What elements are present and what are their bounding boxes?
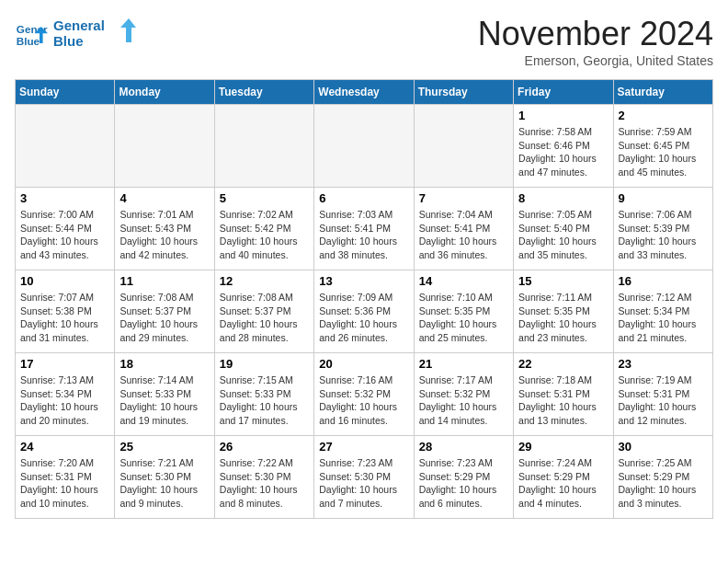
calendar: SundayMondayTuesdayWednesdayThursdayFrid… [15,79,713,519]
day-number: 19 [220,357,309,371]
weekday-sunday: Sunday [16,80,115,105]
day-number: 20 [319,357,408,371]
calendar-cell: 12Sunrise: 7:08 AMSunset: 5:37 PMDayligh… [214,270,313,353]
day-info: Sunrise: 7:10 AMSunset: 5:35 PMDaylight:… [419,291,508,345]
day-info: Sunrise: 7:22 AMSunset: 5:30 PMDaylight:… [220,456,309,511]
day-info: Sunrise: 7:25 AMSunset: 5:29 PMDaylight:… [619,456,708,511]
calendar-cell: 18Sunrise: 7:14 AMSunset: 5:33 PMDayligh… [115,353,214,436]
day-number: 6 [319,191,408,205]
day-number: 23 [619,357,708,371]
calendar-cell: 24Sunrise: 7:20 AMSunset: 5:31 PMDayligh… [16,436,115,519]
day-info: Sunrise: 7:23 AMSunset: 5:29 PMDaylight:… [419,456,508,511]
day-number: 28 [419,440,508,454]
day-number: 4 [119,191,209,205]
day-number: 18 [119,357,209,371]
week-row-5: 24Sunrise: 7:20 AMSunset: 5:31 PMDayligh… [16,436,713,519]
calendar-cell: 21Sunrise: 7:17 AMSunset: 5:32 PMDayligh… [414,353,513,436]
day-info: Sunrise: 7:15 AMSunset: 5:33 PMDaylight:… [220,373,309,428]
calendar-cell: 30Sunrise: 7:25 AMSunset: 5:29 PMDayligh… [613,436,712,519]
calendar-cell: 27Sunrise: 7:23 AMSunset: 5:30 PMDayligh… [314,436,414,519]
calendar-cell: 25Sunrise: 7:21 AMSunset: 5:30 PMDayligh… [115,436,214,519]
weekday-header-row: SundayMondayTuesdayWednesdayThursdayFrid… [16,80,713,105]
day-number: 2 [619,109,708,122]
calendar-cell: 1Sunrise: 7:58 AMSunset: 6:46 PMDaylight… [514,105,613,188]
day-info: Sunrise: 7:17 AMSunset: 5:32 PMDaylight:… [419,373,508,428]
calendar-cell: 6Sunrise: 7:03 AMSunset: 5:41 PMDaylight… [314,188,414,270]
day-info: Sunrise: 7:07 AMSunset: 5:38 PMDaylight:… [20,291,109,345]
calendar-cell: 20Sunrise: 7:16 AMSunset: 5:32 PMDayligh… [314,353,414,436]
day-info: Sunrise: 7:23 AMSunset: 5:30 PMDaylight:… [319,456,408,511]
calendar-cell: 5Sunrise: 7:02 AMSunset: 5:42 PMDaylight… [214,188,313,270]
day-info: Sunrise: 7:04 AMSunset: 5:41 PMDaylight:… [419,208,508,262]
day-number: 29 [518,440,608,454]
day-number: 24 [20,440,109,454]
calendar-cell: 13Sunrise: 7:09 AMSunset: 5:36 PMDayligh… [314,270,414,353]
svg-text:Blue: Blue [17,35,40,47]
day-number: 13 [319,274,408,288]
day-info: Sunrise: 7:20 AMSunset: 5:31 PMDaylight:… [20,456,109,511]
day-info: Sunrise: 7:05 AMSunset: 5:40 PMDaylight:… [518,208,608,262]
weekday-monday: Monday [115,80,214,105]
day-number: 12 [220,274,309,288]
day-number: 1 [518,109,608,122]
svg-text:Blue: Blue [53,33,84,49]
day-number: 30 [619,440,708,454]
calendar-cell: 17Sunrise: 7:13 AMSunset: 5:34 PMDayligh… [16,353,115,436]
logo: General Blue General Blue General Blue [15,15,136,55]
calendar-cell [214,105,313,188]
day-info: Sunrise: 7:58 AMSunset: 6:46 PMDaylight:… [518,125,608,179]
day-info: Sunrise: 7:18 AMSunset: 5:31 PMDaylight:… [518,373,608,428]
page-header: General Blue General Blue General Blue N… [15,15,713,68]
day-info: Sunrise: 7:13 AMSunset: 5:34 PMDaylight:… [20,373,109,428]
calendar-cell: 11Sunrise: 7:08 AMSunset: 5:37 PMDayligh… [115,270,214,353]
calendar-cell: 19Sunrise: 7:15 AMSunset: 5:33 PMDayligh… [214,353,313,436]
calendar-cell: 2Sunrise: 7:59 AMSunset: 6:45 PMDaylight… [613,105,712,188]
calendar-cell: 28Sunrise: 7:23 AMSunset: 5:29 PMDayligh… [414,436,513,519]
day-info: Sunrise: 7:21 AMSunset: 5:30 PMDaylight:… [119,456,209,511]
day-number: 27 [319,440,408,454]
calendar-cell: 14Sunrise: 7:10 AMSunset: 5:35 PMDayligh… [414,270,513,353]
calendar-cell: 8Sunrise: 7:05 AMSunset: 5:40 PMDaylight… [514,188,613,270]
day-info: Sunrise: 7:08 AMSunset: 5:37 PMDaylight:… [119,291,209,345]
svg-marker-5 [120,18,136,42]
logo-svg: General Blue [53,15,136,52]
day-number: 21 [419,357,508,371]
day-number: 11 [119,274,209,288]
day-info: Sunrise: 7:11 AMSunset: 5:35 PMDaylight:… [518,291,608,345]
day-info: Sunrise: 7:09 AMSunset: 5:36 PMDaylight:… [319,291,408,345]
day-number: 14 [419,274,508,288]
day-info: Sunrise: 7:06 AMSunset: 5:39 PMDaylight:… [619,208,708,262]
svg-text:General: General [53,17,105,33]
weekday-tuesday: Tuesday [214,80,313,105]
weekday-saturday: Saturday [613,80,712,105]
day-info: Sunrise: 7:03 AMSunset: 5:41 PMDaylight:… [319,208,408,262]
day-info: Sunrise: 7:19 AMSunset: 5:31 PMDaylight:… [619,373,708,428]
calendar-cell: 4Sunrise: 7:01 AMSunset: 5:43 PMDaylight… [115,188,214,270]
calendar-cell [314,105,414,188]
day-info: Sunrise: 7:00 AMSunset: 5:44 PMDaylight:… [20,208,109,262]
day-info: Sunrise: 7:02 AMSunset: 5:42 PMDaylight:… [220,208,309,262]
weekday-friday: Friday [514,80,613,105]
day-info: Sunrise: 7:08 AMSunset: 5:37 PMDaylight:… [220,291,309,345]
calendar-cell: 10Sunrise: 7:07 AMSunset: 5:38 PMDayligh… [16,270,115,353]
day-number: 5 [220,191,309,205]
week-row-3: 10Sunrise: 7:07 AMSunset: 5:38 PMDayligh… [16,270,713,353]
day-number: 7 [419,191,508,205]
day-info: Sunrise: 7:14 AMSunset: 5:33 PMDaylight:… [119,373,209,428]
day-number: 15 [518,274,608,288]
calendar-cell: 9Sunrise: 7:06 AMSunset: 5:39 PMDaylight… [613,188,712,270]
day-number: 3 [20,191,109,205]
day-number: 8 [518,191,608,205]
day-number: 16 [619,274,708,288]
day-number: 22 [518,357,608,371]
day-number: 26 [220,440,309,454]
calendar-cell [414,105,513,188]
day-info: Sunrise: 7:59 AMSunset: 6:45 PMDaylight:… [619,125,708,179]
month-title: November 2024 [478,15,713,53]
calendar-cell: 26Sunrise: 7:22 AMSunset: 5:30 PMDayligh… [214,436,313,519]
week-row-2: 3Sunrise: 7:00 AMSunset: 5:44 PMDaylight… [16,188,713,270]
day-info: Sunrise: 7:24 AMSunset: 5:29 PMDaylight:… [518,456,608,511]
day-info: Sunrise: 7:12 AMSunset: 5:34 PMDaylight:… [619,291,708,345]
title-block: November 2024 Emerson, Georgia, United S… [478,15,713,68]
calendar-cell [115,105,214,188]
